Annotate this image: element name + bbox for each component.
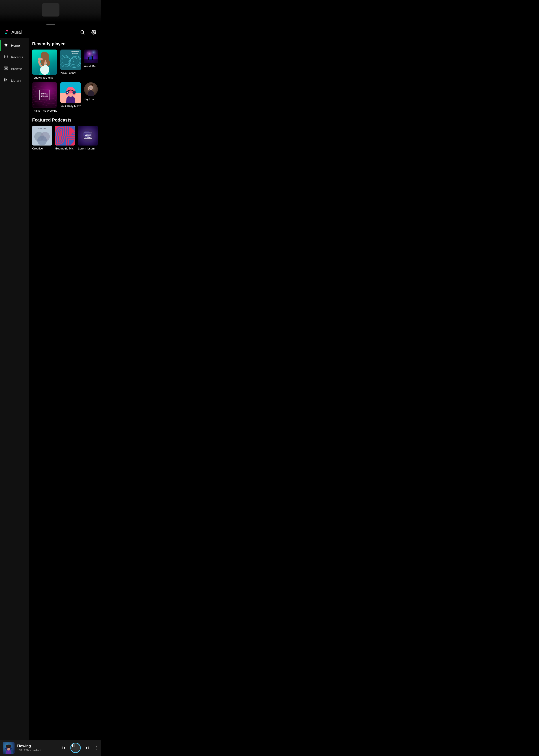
pause-icon[interactable] — [71, 743, 80, 752]
card-label-todays-top-hits: Today's Top Hits — [32, 76, 57, 79]
drag-handle[interactable] — [0, 22, 101, 27]
svg-rect-27 — [92, 57, 93, 60]
svg-point-2 — [5, 33, 7, 34]
svg-point-51 — [88, 87, 89, 89]
card-creative-podcast[interactable]: CREATIVE Creative — [32, 126, 52, 150]
card-geometric-podcast[interactable]: Geometric Mix — [55, 126, 75, 150]
svg-text:♫: ♫ — [4, 746, 6, 748]
svg-line-6 — [83, 33, 84, 34]
svg-text:DESIGN: DESIGN — [72, 53, 78, 54]
more-options-button[interactable] — [94, 745, 99, 750]
card-label-creative: Creative — [32, 147, 52, 150]
header-icons — [78, 28, 98, 36]
card-image-daily-mix: H — [60, 82, 81, 103]
sidebar-library-label: Library — [11, 79, 21, 82]
are-be-art — [84, 49, 98, 63]
svg-point-92 — [96, 749, 97, 750]
card-are-and-be[interactable]: Are & Be — [84, 49, 98, 79]
svg-text:♪: ♪ — [11, 745, 12, 747]
card-viva-latino[interactable]: ABSTRACT DESIGN !Viva Latino! — [60, 49, 81, 79]
sidebar-item-home[interactable]: Home — [0, 39, 29, 51]
svg-point-7 — [93, 32, 95, 33]
app-logo-icon: ♪ — [4, 29, 10, 35]
card-label-viva-latino: !Viva Latino! — [60, 71, 81, 75]
svg-text:CREATIVE: CREATIVE — [38, 127, 46, 129]
card-daily-mix-2[interactable]: H Your Daily Mix 2 — [60, 82, 81, 112]
settings-button[interactable] — [90, 28, 98, 36]
drag-handle-bar — [46, 24, 55, 25]
now-playing-current-time: 0:18 — [17, 749, 22, 752]
card-lorem-ipsum-podcast[interactable]: LOREM IPSUM. Lorem Ipsum — [78, 126, 98, 150]
card-image-are-and-be — [84, 49, 98, 63]
daily-mix-art: H — [60, 82, 81, 103]
search-button[interactable] — [78, 28, 86, 36]
now-playing-controls — [60, 743, 99, 753]
card-label-geometric: Geometric Mix — [55, 147, 75, 150]
sidebar-item-library[interactable]: Library — [0, 75, 29, 86]
now-playing-title: Flowing — [17, 744, 58, 748]
library-icon — [4, 78, 8, 83]
card-todays-top-hits[interactable]: Today's Top Hits — [32, 49, 57, 79]
viva-latino-art: ABSTRACT DESIGN — [60, 49, 81, 70]
now-playing-bar: ♪ ♫ Flowing 0:18 / 2:37 • Sasha Ko — [0, 740, 101, 756]
svg-text:IPSUM.: IPSUM. — [41, 95, 48, 98]
card-image-creative: CREATIVE — [32, 126, 52, 145]
card-image-geometric — [55, 126, 75, 145]
recents-icon — [4, 54, 8, 60]
svg-rect-24 — [84, 59, 98, 63]
card-this-is-weeknd[interactable]: LOREM IPSUM. This is The Weeknd — [32, 82, 57, 112]
svg-text:ABSTRACT: ABSTRACT — [71, 51, 79, 53]
card-image-viva-latino: ABSTRACT DESIGN — [60, 49, 81, 70]
play-pause-button-wrapper[interactable] — [70, 743, 81, 753]
card-image-todays-top-hits — [32, 49, 57, 75]
featured-podcasts-section: Featured Podcasts — [32, 117, 98, 150]
svg-point-17 — [38, 58, 41, 61]
header: ♪ Aural — [0, 27, 101, 38]
svg-rect-88 — [72, 744, 73, 747]
svg-text:H: H — [67, 91, 68, 93]
now-playing-info: Flowing 0:18 / 2:37 • Sasha Ko — [17, 744, 58, 752]
svg-text:IPSUM.: IPSUM. — [85, 136, 91, 138]
card-image-weeknd: LOREM IPSUM. — [32, 82, 57, 108]
camera-silhouette — [42, 3, 59, 17]
creative-art: CREATIVE — [32, 126, 52, 145]
jay-los-art — [84, 82, 98, 96]
main-layout: Home Recents — [0, 38, 101, 741]
skip-back-button[interactable] — [60, 744, 68, 752]
sidebar-recents-label: Recents — [11, 55, 23, 59]
browse-icon — [4, 66, 8, 72]
now-playing-artist: Sasha Ko — [32, 749, 43, 752]
card-label-weeknd: This is The Weeknd — [32, 109, 57, 112]
svg-point-82 — [5, 747, 8, 750]
card-image-lorem: LOREM IPSUM. — [78, 126, 98, 145]
skip-forward-button[interactable] — [83, 744, 91, 752]
card-jay-los[interactable]: Jay Los — [84, 82, 98, 112]
svg-point-83 — [10, 747, 12, 750]
todays-hits-art — [32, 49, 57, 75]
svg-point-4 — [6, 30, 8, 32]
card-label-lorem: Lorem Ipsum — [78, 147, 98, 150]
svg-text:LOREM: LOREM — [85, 134, 91, 136]
svg-point-91 — [96, 748, 97, 748]
sidebar-item-browse[interactable]: Browse — [0, 63, 29, 75]
featured-podcasts-grid: CREATIVE Creative — [32, 126, 98, 150]
weeknd-art: LOREM IPSUM. — [32, 82, 57, 108]
sidebar-home-label: Home — [11, 43, 20, 47]
card-image-jay-los — [84, 82, 98, 96]
svg-point-90 — [96, 746, 97, 747]
card-label-daily-mix: Your Daily Mix 2 — [60, 104, 81, 108]
app-title: Aural — [11, 30, 22, 35]
now-playing-artwork: ♪ ♫ — [3, 742, 15, 754]
app-container: ♪ Aural — [0, 22, 101, 756]
card-label-jay-los: Jay Los — [84, 98, 98, 101]
svg-point-46 — [73, 91, 76, 94]
sidebar-item-recents[interactable]: Recents — [0, 51, 29, 63]
sidebar: Home Recents — [0, 38, 29, 741]
now-playing-total-time: 2:37 — [24, 749, 29, 752]
now-playing-meta: 0:18 / 2:37 • Sasha Ko — [17, 749, 58, 752]
recently-played-grid: Today's Top Hits — [32, 49, 98, 112]
content-area: Recently played — [29, 38, 101, 741]
home-icon — [4, 43, 8, 48]
featured-podcasts-title: Featured Podcasts — [32, 117, 98, 122]
recently-played-section: Recently played — [32, 41, 98, 112]
